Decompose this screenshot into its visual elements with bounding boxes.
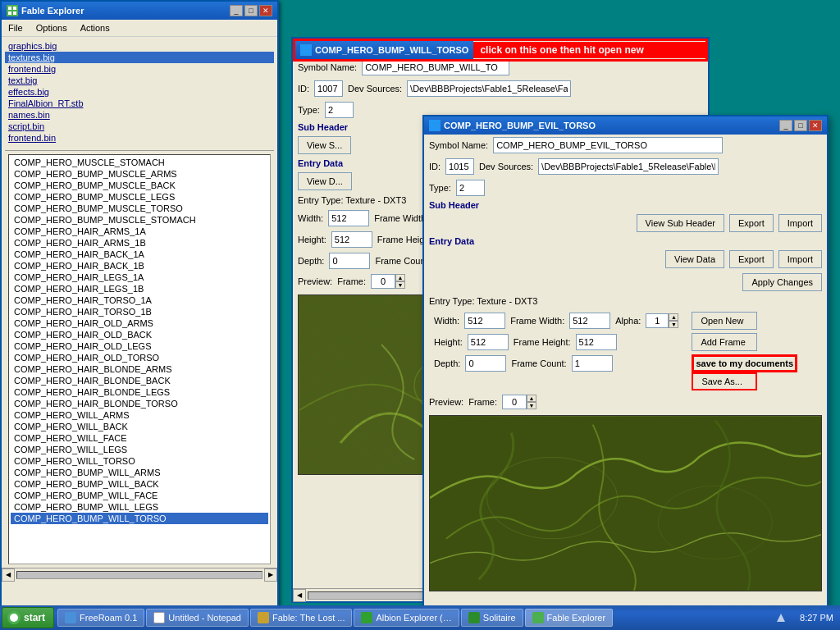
list-item-selected[interactable]: COMP_HERO_BUMP_WILL_TORSO — [11, 513, 268, 524]
w3-open-new-btn[interactable]: Open New — [692, 312, 757, 330]
list-item[interactable]: COMP_HERO_BUMP_MUSCLE_TORSO — [11, 203, 268, 214]
w3-symbol-name-input[interactable] — [493, 137, 723, 153]
id-input[interactable] — [314, 80, 343, 97]
list-item[interactable]: COMP_HERO_HAIR_BLONDE_LEGS — [11, 386, 268, 398]
list-item[interactable]: COMP_HERO_BUMP_MUSCLE_LEGS — [11, 191, 268, 203]
scroll-track[interactable] — [16, 571, 262, 579]
w3-type-input[interactable] — [456, 180, 485, 196]
list-item[interactable]: COMP_HERO_WILL_ARMS — [11, 409, 268, 421]
file-textures-big[interactable]: textures.big — [5, 52, 274, 63]
taskbar-item-albion[interactable]: Albion Explorer (… — [354, 609, 459, 627]
w3-frame-input[interactable] — [502, 395, 527, 409]
w3-alpha-input[interactable] — [646, 313, 669, 328]
w3-save-as-btn[interactable]: Save As... — [692, 372, 757, 390]
w3-dev-sources-input[interactable] — [538, 158, 719, 175]
list-item[interactable]: COMP_HERO_HAIR_OLD_BACK — [11, 329, 268, 340]
taskbar-item-freeroam[interactable]: FreeRoam 0.1 — [57, 609, 144, 627]
taskbar-item-solitaire[interactable]: Solitaire — [461, 609, 523, 627]
file-frontend-big[interactable]: frontend.big — [5, 63, 274, 75]
list-item[interactable]: COMP_HERO_WILL_BACK — [11, 421, 268, 432]
w3-alpha-down[interactable]: ▼ — [669, 321, 678, 328]
list-item[interactable]: COMP_HERO_MUSCLE_STOMACH — [11, 157, 268, 168]
list-item[interactable]: COMP_HERO_HAIR_OLD_TORSO — [11, 352, 268, 363]
w3-id-input[interactable] — [445, 158, 474, 175]
w3-height-input[interactable] — [468, 334, 509, 350]
scroll-right-btn[interactable]: ▶ — [264, 568, 277, 582]
w3-minimize-btn[interactable]: _ — [779, 120, 792, 131]
list-item[interactable]: COMP_HERO_HAIR_ARMS_1A — [11, 226, 268, 237]
w3-alpha-up[interactable]: ▲ — [669, 313, 678, 321]
scroll-left-btn[interactable]: ◀ — [2, 568, 15, 582]
taskbar-item-fable-explorer[interactable]: Fable Explorer — [525, 609, 614, 627]
close-button[interactable]: ✕ — [259, 5, 272, 16]
w3-import-btn2[interactable]: Import — [778, 250, 822, 268]
file-text-big[interactable]: text.big — [5, 75, 274, 86]
list-item[interactable]: COMP_HERO_BUMP_WILL_BACK — [11, 478, 268, 490]
w3-view-data-btn[interactable]: View Data — [665, 250, 724, 268]
w3-apply-changes-btn[interactable]: Apply Changes — [742, 273, 822, 291]
list-item[interactable]: COMP_HERO_HAIR_OLD_ARMS — [11, 317, 268, 329]
list-item[interactable]: COMP_HERO_WILL_FACE — [11, 432, 268, 444]
w3-depth-input[interactable] — [465, 355, 506, 372]
w2-scroll-left[interactable]: ◀ — [293, 589, 306, 602]
w3-width-input[interactable] — [464, 313, 505, 329]
w3-frame-up[interactable]: ▲ — [527, 395, 536, 402]
frame-spinner[interactable]: ▲ ▼ — [371, 274, 405, 289]
depth-input[interactable] — [329, 253, 370, 269]
file-names-bin[interactable]: names.bin — [5, 109, 274, 121]
list-item[interactable]: COMP_HERO_WILL_TORSO — [11, 455, 268, 467]
taskbar-item-fable[interactable]: Fable: The Lost ... — [250, 609, 352, 627]
w3-add-frame-btn[interactable]: Add Frame — [692, 333, 757, 351]
list-item[interactable]: COMP_HERO_WILL_LEGS — [11, 444, 268, 455]
start-button[interactable]: start — [2, 607, 54, 628]
spinner-up[interactable]: ▲ — [395, 274, 405, 281]
list-item[interactable]: COMP_HERO_BUMP_MUSCLE_ARMS — [11, 168, 268, 180]
list-item[interactable]: COMP_HERO_HAIR_TORSO_1A — [11, 294, 268, 306]
list-item[interactable]: COMP_HERO_HAIR_LEGS_1B — [11, 283, 268, 294]
file-script-bin[interactable]: script.bin — [5, 121, 274, 132]
w3-view-sub-header-btn[interactable]: View Sub Header — [637, 214, 724, 232]
list-item[interactable]: COMP_HERO_BUMP_MUSCLE_STOMACH — [11, 214, 268, 226]
width-input[interactable] — [328, 210, 369, 226]
symbol-name-input[interactable] — [362, 59, 509, 75]
w3-import-btn[interactable]: Import — [778, 214, 822, 232]
w3-frame-width-input[interactable] — [569, 313, 610, 329]
list-item[interactable]: COMP_HERO_HAIR_OLD_LEGS — [11, 340, 268, 352]
w3-alpha-spinner[interactable]: ▲ ▼ — [646, 313, 678, 328]
view-data-btn[interactable]: View D... — [298, 172, 352, 190]
frame-input[interactable] — [371, 274, 395, 289]
dev-sources-input[interactable] — [407, 80, 571, 97]
list-item[interactable]: COMP_HERO_HAIR_BACK_1A — [11, 249, 268, 260]
w3-frame-spinner[interactable]: ▲ ▼ — [502, 395, 536, 409]
list-item[interactable]: COMP_HERO_HAIR_TORSO_1B — [11, 306, 268, 317]
type-input[interactable] — [325, 102, 354, 118]
options-menu[interactable]: Options — [33, 21, 71, 34]
spinner-down[interactable]: ▼ — [395, 281, 405, 289]
w3-frame-count-input[interactable] — [572, 355, 613, 372]
list-item[interactable]: COMP_HERO_BUMP_WILL_FACE — [11, 490, 268, 501]
file-menu[interactable]: File — [5, 21, 26, 34]
horizontal-scrollbar[interactable]: ◀ ▶ — [2, 568, 277, 581]
list-item[interactable]: COMP_HERO_BUMP_WILL_LEGS — [11, 501, 268, 513]
file-effects-big[interactable]: effects.big — [5, 86, 274, 98]
actions-menu[interactable]: Actions — [77, 21, 113, 34]
w3-maximize-btn[interactable]: □ — [794, 120, 807, 131]
list-item[interactable]: COMP_HERO_HAIR_LEGS_1A — [11, 272, 268, 283]
list-item[interactable]: COMP_HERO_HAIR_BLONDE_TORSO — [11, 398, 268, 409]
list-item[interactable]: COMP_HERO_BUMP_MUSCLE_BACK — [11, 180, 268, 191]
view-sub-header-btn[interactable]: View S... — [298, 136, 351, 154]
maximize-button[interactable]: □ — [244, 5, 258, 16]
list-item[interactable]: COMP_HERO_HAIR_ARMS_1B — [11, 237, 268, 249]
file-frontend-bin[interactable]: frontend.bin — [5, 132, 274, 144]
w3-export-btn[interactable]: Export — [729, 214, 774, 232]
list-item[interactable]: COMP_HERO_HAIR_BLONDE_BACK — [11, 375, 268, 386]
list-item[interactable]: COMP_HERO_BUMP_WILL_ARMS — [11, 467, 268, 478]
w3-frame-height-input[interactable] — [576, 334, 617, 350]
list-item[interactable]: COMP_HERO_HAIR_BACK_1B — [11, 260, 268, 272]
taskbar-item-notepad[interactable]: Untitled - Notepad — [146, 609, 249, 627]
list-item[interactable]: COMP_HERO_HAIR_BLONDE_ARMS — [11, 363, 268, 375]
file-finalalbion[interactable]: FinalAlbion_RT.stb — [5, 98, 274, 109]
w3-frame-down[interactable]: ▼ — [527, 402, 536, 409]
height-input[interactable] — [331, 231, 372, 248]
minimize-button[interactable]: _ — [230, 5, 243, 16]
